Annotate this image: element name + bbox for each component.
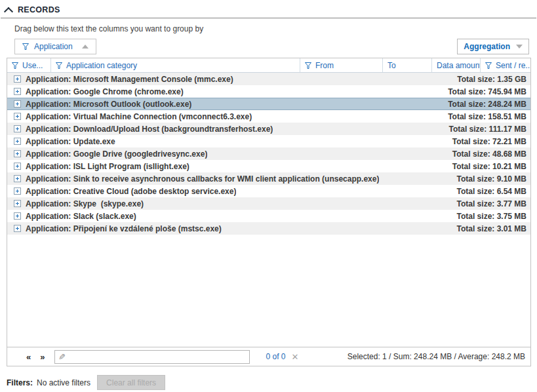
group-row-total: Total size: 9.10 MB (450, 174, 530, 184)
table-row[interactable]: Application: Creative Cloud (adobe deskt… (7, 185, 530, 197)
collapse-chevron-icon[interactable] (4, 7, 13, 16)
aggregation-button[interactable]: Aggregation (457, 39, 529, 54)
previous-page-button[interactable]: « (22, 352, 35, 362)
quick-filter-input[interactable] (68, 351, 249, 363)
expand-plus-icon[interactable] (14, 200, 21, 207)
filter-funnel-icon[interactable] (22, 43, 29, 50)
table-row[interactable]: Application: Připojení ke vzdálené ploše… (7, 222, 530, 235)
column-header-data-amount[interactable]: Data amount (432, 58, 481, 72)
column-header-label: To (388, 61, 396, 70)
clear-all-filters-button[interactable]: Clear all filters (97, 375, 165, 390)
table-row[interactable]: Application: Update.exe Total size: 72.2… (7, 135, 530, 147)
group-row-total: Total size: 3.01 MB (450, 224, 530, 233)
grid-header-row: Use... Application category From To Data… (7, 58, 530, 73)
panel-divider (1, 18, 536, 18)
group-row-total: Total size: 72.21 MB (446, 137, 530, 146)
grid-footer: « » ✎ 0 of 0 ✕ Selected: 1 / Sum: 248.24… (7, 347, 530, 366)
group-row-label: Application: Update.exe (26, 137, 115, 146)
table-row[interactable]: Application: Slack (slack.exe) Total siz… (7, 210, 530, 222)
group-row-total: Total size: 111.17 MB (443, 125, 531, 134)
table-row[interactable]: Application: Sink to receive asynchronou… (7, 172, 530, 185)
group-row-total: Total size: 1.35 GB (450, 75, 530, 84)
expand-plus-icon[interactable] (14, 125, 21, 132)
column-header-label: Use... (22, 61, 43, 70)
column-header-label: From (315, 61, 334, 70)
group-bar: Application Aggregation (14, 39, 529, 54)
table-row[interactable]: Application: Download/Upload Host (backg… (7, 123, 530, 135)
column-header-application-category[interactable]: Application category (51, 58, 300, 72)
column-header-use-[interactable]: Use... (7, 58, 51, 72)
expand-plus-icon[interactable] (14, 187, 21, 195)
table-row[interactable]: Application: Skype (skype.exe) Total siz… (7, 197, 530, 210)
expand-plus-icon[interactable] (14, 150, 21, 157)
aggregation-label: Aggregation (464, 42, 510, 51)
expand-plus-icon[interactable] (14, 113, 21, 120)
column-header-label: Data amount (437, 61, 481, 70)
group-row-total: Total size: 48.68 MB (446, 149, 530, 159)
group-row-label: Application: Google Chrome (chrome.exe) (26, 87, 184, 96)
group-row-total: Total size: 6.54 MB (450, 187, 530, 196)
group-row-label: Application: Slack (slack.exe) (26, 212, 136, 221)
group-row-label: Application: Microsoft Outlook (outlook.… (26, 100, 191, 109)
records-panel-header: RECORDS (0, 0, 537, 18)
grid-body: Application: Microsoft Management Consol… (7, 73, 530, 347)
match-count: 0 of 0 (266, 352, 285, 361)
filter-funnel-icon[interactable] (485, 62, 492, 69)
expand-plus-icon[interactable] (14, 225, 21, 232)
records-grid: Use... Application category From To Data… (7, 58, 531, 366)
sort-ascending-icon[interactable] (82, 45, 89, 49)
filter-funnel-icon[interactable] (56, 62, 62, 69)
expand-plus-icon[interactable] (14, 163, 21, 170)
table-row[interactable]: Application: Google Drive (googledrivesy… (7, 147, 530, 160)
expand-plus-icon[interactable] (14, 212, 21, 220)
group-row-label: Application: Microsoft Management Consol… (26, 75, 233, 84)
group-row-label: Application: Creative Cloud (adobe deskt… (26, 187, 236, 196)
column-header-from[interactable]: From (300, 58, 383, 72)
table-row[interactable]: Application: Microsoft Outlook (outlook.… (7, 98, 530, 110)
filters-label: Filters: (7, 378, 33, 387)
table-row[interactable]: Application: ISL Light Program (isllight… (7, 160, 530, 172)
filter-funnel-icon[interactable] (305, 62, 311, 69)
expand-plus-icon[interactable] (14, 138, 21, 145)
group-row-total: Total size: 3.75 MB (450, 212, 530, 221)
expand-plus-icon[interactable] (14, 75, 21, 83)
close-icon[interactable]: ✕ (292, 352, 299, 362)
filter-funnel-icon[interactable] (12, 62, 18, 69)
group-row-label: Application: Google Drive (googledrivesy… (26, 149, 207, 159)
group-row-label: Application: Download/Upload Host (backg… (26, 125, 273, 134)
group-row-total: Total size: 745.94 MB (441, 87, 530, 96)
column-header-label: Application category (66, 61, 137, 70)
selection-summary: Selected: 1 / Sum: 248.24 MB / Average: … (348, 352, 525, 361)
expand-plus-icon[interactable] (14, 100, 21, 108)
quick-filter-box[interactable]: ✎ (54, 350, 250, 364)
chevron-down-icon (516, 45, 523, 49)
group-row-total: Total size: 158.51 MB (441, 112, 530, 121)
column-header-to[interactable]: To (383, 58, 432, 72)
group-row-label: Application: Skype (skype.exe) (26, 199, 144, 208)
group-chip-label: Application (34, 42, 73, 51)
panel-title: RECORDS (18, 5, 60, 14)
expand-plus-icon[interactable] (14, 175, 21, 182)
group-row-label: Application: Virtual Machine Connection … (26, 112, 252, 121)
group-row-label: Application: Sink to receive asynchronou… (26, 174, 379, 184)
table-row[interactable]: Application: Virtual Machine Connection … (7, 110, 530, 123)
pencil-icon: ✎ (58, 353, 66, 361)
filters-status: No active filters (37, 378, 90, 387)
group-row-total: Total size: 248.24 MB (441, 100, 530, 109)
group-row-label: Application: ISL Light Program (isllight… (26, 162, 189, 171)
group-by-hint: Drag below this text the columns you wan… (14, 24, 537, 33)
filters-bar: Filters: No active filters Clear all fil… (7, 375, 537, 390)
column-header-label: Sent / re... (496, 61, 530, 70)
next-page-button[interactable]: » (35, 352, 49, 362)
group-row-total: Total size: 3.77 MB (450, 199, 530, 208)
group-chip-application[interactable]: Application (14, 39, 96, 54)
table-row[interactable]: Application: Microsoft Management Consol… (7, 73, 530, 85)
group-row-total: Total size: 10.21 MB (446, 162, 530, 171)
table-row[interactable]: Application: Google Chrome (chrome.exe) … (7, 85, 530, 98)
expand-plus-icon[interactable] (14, 88, 21, 95)
group-row-label: Application: Připojení ke vzdálené ploše… (26, 224, 222, 233)
column-header-sent-re-[interactable]: Sent / re... (481, 58, 530, 72)
